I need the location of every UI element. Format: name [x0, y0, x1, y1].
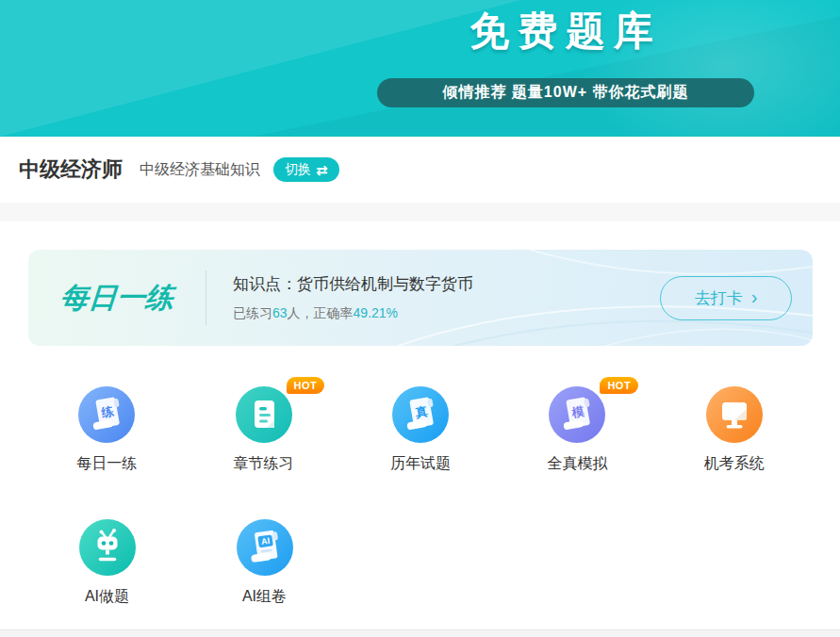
feature-row-2: AI做题 AI: [28, 519, 813, 607]
switch-button-label: 切换: [285, 161, 311, 178]
daily-practice-logo: 每日一练: [28, 279, 206, 318]
banner: 免费题库 倾情推荐 题量10W+ 带你花式刷题: [0, 0, 840, 137]
scroll-icon: 模 HOT: [549, 386, 605, 443]
page-title: 免费题库: [377, 5, 754, 57]
tile-label: 每日一练: [76, 454, 137, 474]
tile-label: 全真模拟: [547, 454, 607, 474]
practice-stats: 已练习63人，正确率49.21%: [233, 305, 473, 322]
switch-subject-button[interactable]: 切换 ⇄: [273, 157, 339, 182]
practiced-prefix: 已练习: [233, 305, 272, 320]
exam-title: 中级经济师: [19, 155, 123, 184]
feature-tile-computer-exam[interactable]: 机考系统: [656, 386, 813, 474]
document-icon: HOT: [236, 386, 292, 443]
chevron-right-icon: ›: [751, 287, 758, 306]
hot-badge: HOT: [600, 377, 638, 394]
icon-glyph: 练: [100, 404, 115, 420]
go-checkin-button[interactable]: 去打卡 ›: [660, 276, 792, 320]
daily-practice-info: 知识点：货币供给机制与数字货币 已练习63人，正确率49.21%: [233, 273, 473, 322]
tile-label: AI组卷: [242, 587, 287, 607]
feature-row-1: 练 每日一练: [28, 386, 813, 474]
tile-label: 章节练习: [234, 454, 294, 474]
scroll-icon: 练: [78, 386, 135, 443]
tagline-pill: 倾情推荐 题量10W+ 带你花式刷题: [377, 78, 754, 107]
feature-tile-mock-exam[interactable]: 模 HOT 全真模拟: [499, 386, 655, 474]
icon-glyph: 真: [414, 404, 428, 420]
swap-arrows-icon: ⇄: [316, 163, 328, 177]
scroll-icon: AI: [237, 519, 293, 576]
tile-label: 历年试题: [390, 454, 451, 474]
daily-practice-card: 每日一练 知识点：货币供给机制与数字货币 已练习63人，正确率49.21% 去打…: [28, 250, 813, 346]
icon-glyph: 模: [570, 404, 585, 420]
main-content: 每日一练 知识点：货币供给机制与数字货币 已练习63人，正确率49.21% 去打…: [0, 221, 840, 629]
icon-glyph: AI: [260, 536, 270, 547]
exam-header: 中级经济师 中级经济基础知识 切换 ⇄: [0, 137, 840, 203]
subject-name: 中级经济基础知识: [140, 160, 260, 180]
practiced-mid: 人，正确率: [288, 305, 354, 320]
feature-tile-chapter-practice[interactable]: HOT 章节练习: [185, 386, 341, 474]
practiced-count: 63: [272, 305, 288, 320]
tile-label: 机考系统: [704, 454, 765, 474]
feature-tile-ai-paper[interactable]: AI AI组卷: [186, 519, 343, 607]
robot-icon: [79, 519, 136, 576]
page-bottom-edge: [0, 629, 840, 637]
feature-tile-ai-practice[interactable]: AI做题: [28, 519, 186, 607]
hot-badge: HOT: [287, 377, 325, 394]
tile-label: AI做题: [85, 587, 129, 607]
checkin-button-label: 去打卡: [695, 287, 743, 309]
feature-tile-daily-practice[interactable]: 练 每日一练: [28, 386, 185, 474]
knowledge-point: 知识点：货币供给机制与数字货币: [233, 273, 473, 295]
scroll-icon: 真: [392, 386, 449, 443]
section-divider: [0, 203, 840, 221]
monitor-icon: [706, 386, 763, 443]
feature-tile-past-papers[interactable]: 真 历年试题: [342, 386, 499, 474]
accuracy-value: 49.21%: [354, 305, 398, 320]
free-question-bank-page: 免费题库 倾情推荐 题量10W+ 带你花式刷题 中级经济师 中级经济基础知识 切…: [0, 0, 840, 637]
